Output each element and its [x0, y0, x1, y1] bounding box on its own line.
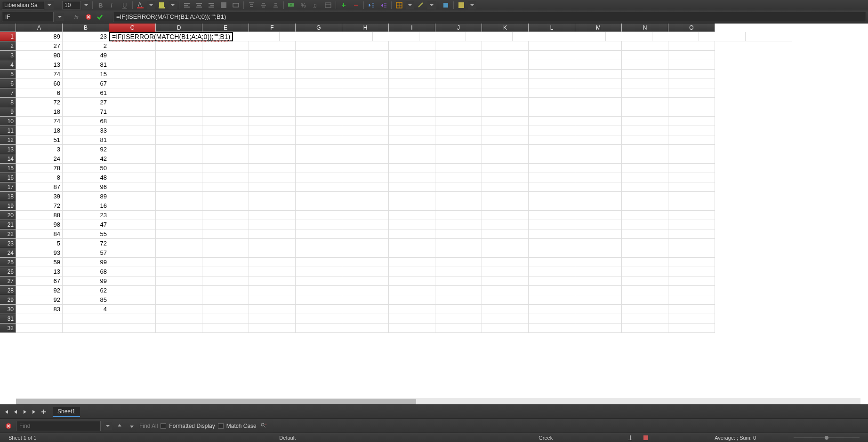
cell[interactable] — [156, 154, 202, 164]
cell[interactable] — [389, 324, 435, 333]
cell[interactable] — [342, 164, 389, 173]
cell[interactable] — [575, 276, 622, 286]
align-middle-button[interactable] — [258, 1, 269, 9]
cell[interactable] — [389, 201, 435, 211]
cell[interactable] — [575, 41, 622, 51]
cell[interactable] — [482, 201, 529, 211]
cell[interactable] — [529, 51, 575, 60]
cell[interactable] — [296, 258, 342, 267]
row-header[interactable]: 12 — [0, 135, 16, 145]
cell[interactable] — [482, 258, 529, 267]
cell[interactable] — [435, 248, 482, 258]
cell[interactable] — [342, 286, 389, 295]
row-header[interactable]: 27 — [0, 276, 16, 286]
row-header[interactable]: 22 — [0, 229, 16, 239]
cell[interactable] — [435, 41, 482, 51]
row-header[interactable]: 31 — [0, 314, 16, 324]
cell[interactable] — [342, 248, 389, 258]
cell[interactable] — [342, 258, 389, 267]
cell[interactable] — [575, 211, 622, 220]
cell[interactable] — [156, 126, 202, 135]
cell[interactable] — [156, 41, 202, 51]
cell[interactable]: 16 — [63, 201, 109, 211]
cell[interactable] — [668, 145, 715, 154]
cell[interactable] — [622, 117, 668, 126]
row-header[interactable]: 19 — [0, 201, 16, 211]
cell[interactable] — [109, 324, 156, 333]
cell[interactable] — [529, 229, 575, 239]
cell[interactable] — [575, 324, 622, 333]
cell[interactable] — [575, 79, 622, 88]
cell[interactable] — [575, 98, 622, 107]
cell[interactable] — [482, 229, 529, 239]
cell[interactable] — [482, 126, 529, 135]
cell[interactable] — [529, 173, 575, 182]
cell[interactable]: 68 — [63, 267, 109, 276]
cell[interactable] — [622, 229, 668, 239]
cell[interactable] — [156, 276, 202, 286]
cell[interactable] — [529, 182, 575, 192]
cell[interactable] — [482, 192, 529, 201]
cell[interactable] — [249, 305, 296, 314]
column-header[interactable]: L — [529, 24, 575, 32]
cell[interactable] — [389, 192, 435, 201]
cell[interactable] — [109, 239, 156, 248]
select-all-corner[interactable] — [0, 24, 16, 32]
cell[interactable] — [342, 70, 389, 79]
cell[interactable] — [296, 117, 342, 126]
cell[interactable] — [249, 182, 296, 192]
cell[interactable] — [435, 201, 482, 211]
cell[interactable] — [389, 164, 435, 173]
cell[interactable] — [202, 220, 249, 229]
autofilter-button[interactable] — [440, 1, 451, 9]
cell[interactable] — [156, 239, 202, 248]
cell[interactable] — [529, 248, 575, 258]
cell[interactable] — [622, 267, 668, 276]
cell[interactable] — [202, 182, 249, 192]
cell[interactable] — [575, 314, 622, 324]
cell[interactable] — [575, 229, 622, 239]
cell[interactable] — [296, 135, 342, 145]
cell[interactable] — [249, 60, 296, 70]
row-header[interactable]: 21 — [0, 220, 16, 229]
row-header[interactable]: 3 — [0, 51, 16, 60]
cell[interactable]: 89 — [16, 32, 63, 41]
currency-button[interactable] — [286, 1, 297, 9]
cell[interactable] — [622, 126, 668, 135]
font-color-dropdown[interactable] — [147, 1, 155, 9]
cell[interactable] — [296, 220, 342, 229]
cell[interactable] — [482, 107, 529, 117]
cell[interactable] — [622, 173, 668, 182]
first-sheet-button[interactable] — [2, 408, 10, 416]
cell[interactable] — [389, 51, 435, 60]
find-all-button[interactable]: Find All — [139, 423, 158, 429]
cell[interactable] — [435, 79, 482, 88]
cell[interactable] — [202, 248, 249, 258]
cell[interactable] — [156, 267, 202, 276]
cell[interactable] — [109, 117, 156, 126]
cell[interactable] — [202, 164, 249, 173]
cell[interactable] — [482, 220, 529, 229]
cell[interactable] — [529, 164, 575, 173]
cell[interactable] — [156, 88, 202, 98]
cell[interactable] — [668, 258, 715, 267]
cell[interactable] — [109, 70, 156, 79]
border-style-dropdown[interactable] — [427, 1, 436, 9]
cell[interactable] — [622, 182, 668, 192]
number-format-button[interactable]: .0 — [310, 1, 321, 9]
cell[interactable] — [109, 314, 156, 324]
cell[interactable] — [156, 286, 202, 295]
cell[interactable] — [389, 126, 435, 135]
row-header[interactable]: 15 — [0, 164, 16, 173]
cell[interactable] — [342, 220, 389, 229]
increase-indent-button[interactable] — [378, 1, 389, 9]
cell[interactable] — [109, 88, 156, 98]
cell[interactable] — [249, 107, 296, 117]
cell[interactable] — [435, 267, 482, 276]
underline-button[interactable]: U — [119, 1, 130, 9]
cell[interactable] — [156, 248, 202, 258]
cell[interactable] — [342, 51, 389, 60]
cell[interactable] — [342, 276, 389, 286]
cell[interactable] — [156, 258, 202, 267]
borders-button[interactable] — [394, 1, 405, 9]
